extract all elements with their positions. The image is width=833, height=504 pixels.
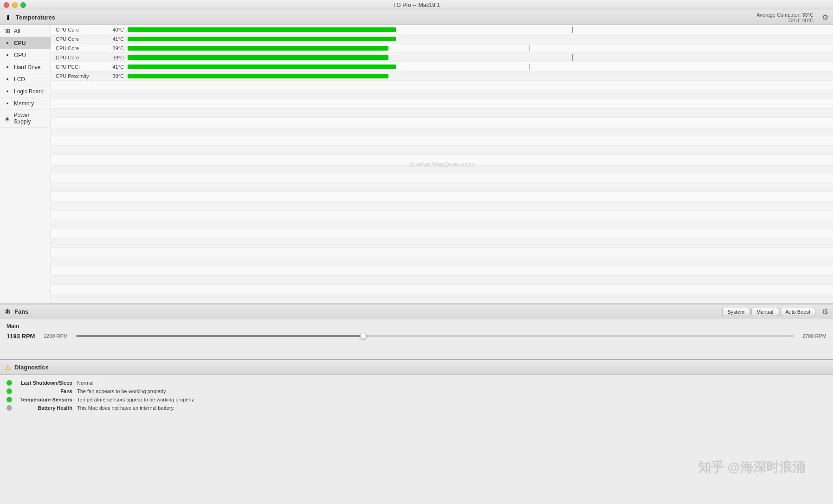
sidebar-label-all: All [14, 28, 20, 34]
sidebar: ⊞ All ▪ CPU ▪ GPU ▪ Hard Drive ▪ LCD [0, 25, 51, 304]
fan-slider[interactable] [76, 331, 794, 341]
thermometer-icon: 🌡 [5, 13, 12, 22]
fan-min-rpm: 1200 RPM [44, 333, 71, 339]
sidebar-item-hard-drive[interactable]: ▪ Hard Drive [0, 61, 51, 73]
temp-bar-container [128, 64, 833, 70]
empty-rows-container [51, 81, 833, 304]
diag-value: The fan appears to be working properly. [77, 388, 167, 394]
sidebar-item-logic-board[interactable]: ▪ Logic Board [0, 85, 51, 97]
temp-row-empty [51, 276, 833, 285]
fan-name: Main [6, 323, 827, 330]
temp-row-empty [51, 266, 833, 276]
temp-value: 39°C [107, 45, 128, 51]
fan-max-rpm: 2700 RPM [799, 333, 827, 339]
temperature-content: CPU Core 40°C CPU Core 41°C CPU Core 39°… [51, 25, 833, 304]
diag-key: Battery Health [17, 405, 72, 411]
temp-row-empty [51, 294, 833, 304]
sidebar-item-cpu[interactable]: ▪ CPU [0, 37, 51, 49]
temp-bar [128, 74, 388, 78]
temp-bar [128, 46, 388, 51]
fan-current-rpm: 1193 RPM [6, 333, 39, 340]
fans-icon: ❄ [5, 307, 11, 316]
gpu-icon: ▪ [4, 52, 11, 58]
temperatures-section: 🌡 Temperatures Average Computer: 33°C CP… [0, 10, 833, 304]
avg-cpu: CPU: 40°C [756, 18, 814, 23]
diag-row: Fans The fan appears to be working prope… [6, 387, 827, 395]
fan-slider-thumb[interactable] [360, 333, 367, 339]
temp-row: CPU Core 41°C [51, 34, 833, 44]
temp-bar [128, 37, 396, 41]
sidebar-item-power-supply[interactable]: ◈ Power Supply [0, 110, 51, 128]
fans-title: Fans [14, 308, 28, 315]
temperatures-body: ⊞ All ▪ CPU ▪ GPU ▪ Hard Drive ▪ LCD [0, 25, 833, 304]
temp-value: 38°C [107, 73, 128, 79]
power-supply-icon: ◈ [4, 115, 11, 122]
temp-row-empty [51, 109, 833, 118]
sidebar-item-lcd[interactable]: ▪ LCD [0, 73, 51, 85]
temp-row: CPU PECI 41°C [51, 62, 833, 71]
app-container: 🌡 Temperatures Average Computer: 33°C CP… [0, 10, 833, 504]
temp-value: 41°C [107, 36, 128, 42]
temp-label: CPU Core [51, 36, 107, 42]
temp-bar-container [128, 36, 833, 42]
fans-body: Main 1193 RPM 1200 RPM 2700 RPM [0, 319, 833, 344]
fans-section: ❄ Fans System Manual Auto Boost ⚙ Main 1… [0, 304, 833, 359]
diag-row: Battery Health This Mac does not have an… [6, 404, 827, 412]
temp-row-empty [51, 239, 833, 248]
auto-boost-button[interactable]: Auto Boost [780, 308, 815, 316]
maximize-button[interactable] [20, 2, 26, 8]
window-title: TG Pro – iMac19,1 [393, 2, 440, 8]
temp-row-empty [51, 220, 833, 229]
sidebar-item-gpu[interactable]: ▪ GPU [0, 49, 51, 61]
temp-row-empty [51, 174, 833, 183]
sidebar-label-lcd: LCD [14, 76, 25, 83]
manual-button[interactable]: Manual [751, 308, 778, 316]
diag-value: Normal [77, 380, 93, 386]
diag-status-dot [6, 388, 12, 394]
temp-bar-container [128, 73, 833, 79]
temp-row-empty [51, 118, 833, 127]
temp-row-empty [51, 155, 833, 164]
diag-key: Fans [17, 388, 72, 394]
temp-bar-container [128, 54, 833, 61]
fan-speed-row: 1193 RPM 1200 RPM 2700 RPM [6, 331, 827, 341]
temp-rows-container: CPU Core 40°C CPU Core 41°C CPU Core 39°… [51, 25, 833, 81]
temp-value: 41°C [107, 64, 128, 70]
temp-row-empty [51, 90, 833, 99]
temp-row-empty [51, 229, 833, 239]
diag-status-dot [6, 405, 12, 411]
minimize-button[interactable] [12, 2, 18, 8]
diagnostics-header: ⚠ Diagnostics [0, 360, 833, 375]
temp-row-empty [51, 146, 833, 155]
temp-bar-container [128, 45, 833, 52]
temp-row-empty [51, 257, 833, 266]
temp-row: CPU Core 39°C [51, 53, 833, 62]
temp-bar [128, 55, 388, 60]
temp-label: CPU Core [51, 45, 107, 51]
temperatures-header: 🌡 Temperatures Average Computer: 33°C CP… [0, 10, 833, 25]
temp-label: CPU PECI [51, 64, 107, 70]
logic-board-icon: ▪ [4, 88, 11, 95]
avg-computer: Average Computer: 33°C [756, 12, 814, 18]
temp-row: CPU Proximity 38°C [51, 71, 833, 81]
fan-slider-track [76, 335, 794, 337]
cpu-icon: ▪ [4, 39, 11, 46]
diag-row: Last Shutdown/Sleep Normal [6, 379, 827, 387]
close-button[interactable] [4, 2, 9, 8]
avg-temps: Average Computer: 33°C CPU: 40°C [756, 12, 814, 23]
temperatures-settings-icon[interactable]: ⚙ [822, 13, 828, 22]
sidebar-label-memory: Memory [14, 100, 34, 107]
fans-settings-icon[interactable]: ⚙ [822, 307, 828, 316]
diag-key: Temperature Sensors [17, 397, 72, 402]
temp-row-empty [51, 192, 833, 201]
sidebar-item-all[interactable]: ⊞ All [0, 25, 51, 37]
temp-label: CPU Core [51, 55, 107, 60]
temp-value: 40°C [107, 27, 128, 32]
temp-row-empty [51, 127, 833, 136]
temp-row: CPU Core 39°C [51, 44, 833, 53]
sidebar-item-memory[interactable]: ▪ Memory [0, 97, 51, 110]
temp-bar [128, 65, 396, 69]
diag-status-dot [6, 397, 12, 402]
sidebar-label-power-supply: Power Supply [13, 112, 47, 125]
system-button[interactable]: System [722, 308, 749, 316]
